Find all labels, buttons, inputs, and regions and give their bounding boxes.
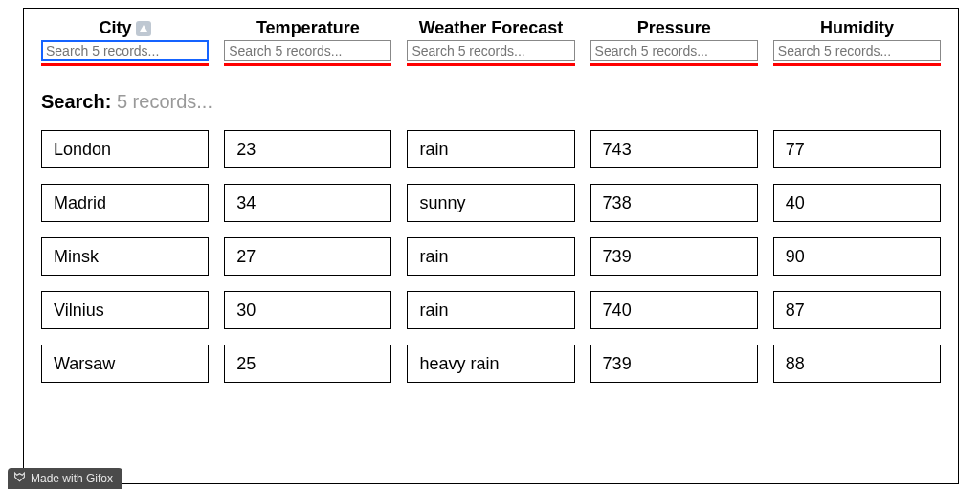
cell-temperature: 23 — [224, 130, 391, 168]
cell-temperature: 25 — [224, 345, 391, 383]
cell-pressure: 738 — [590, 184, 758, 222]
column-underline — [224, 63, 391, 66]
column-underline — [773, 63, 941, 66]
cell-pressure: 740 — [590, 291, 758, 329]
table-row: London 23 rain 743 77 — [41, 130, 941, 168]
column-label-temperature: Temperature — [256, 18, 360, 38]
cell-forecast: rain — [407, 130, 574, 168]
data-grid: London 23 rain 743 77 Madrid 34 sunny 73… — [41, 130, 941, 383]
cell-pressure: 739 — [590, 345, 758, 383]
cell-humidity: 90 — [773, 237, 941, 276]
fox-icon — [13, 471, 26, 486]
watermark-text: Made with Gifox — [31, 472, 113, 485]
column-label-humidity: Humidity — [820, 18, 894, 38]
app-frame: City Temperature Weather Forecast Pressu… — [23, 8, 959, 484]
cell-humidity: 87 — [773, 291, 941, 329]
cell-humidity: 40 — [773, 184, 941, 222]
cell-city: London — [41, 130, 209, 168]
cell-forecast: sunny — [407, 184, 574, 222]
cell-city: Vilnius — [41, 291, 209, 329]
filter-input-pressure[interactable] — [590, 40, 758, 61]
column-header-city[interactable]: City — [41, 18, 209, 66]
filter-input-forecast[interactable] — [407, 40, 574, 61]
cell-humidity: 77 — [773, 130, 941, 168]
cell-temperature: 30 — [224, 291, 391, 329]
cell-city: Warsaw — [41, 345, 209, 383]
filter-input-temperature[interactable] — [224, 40, 391, 61]
column-header-temperature[interactable]: Temperature — [224, 18, 391, 66]
column-label-forecast: Weather Forecast — [419, 18, 564, 38]
cell-pressure: 739 — [590, 237, 758, 276]
table-row: Vilnius 30 rain 740 87 — [41, 291, 941, 329]
watermark-badge: Made with Gifox — [8, 468, 122, 489]
column-underline — [590, 63, 758, 66]
column-headers: City Temperature Weather Forecast Pressu… — [41, 18, 941, 66]
table-row: Madrid 34 sunny 738 40 — [41, 184, 941, 222]
column-label-city: City — [100, 18, 132, 38]
filter-input-city[interactable] — [41, 40, 209, 61]
cell-forecast: heavy rain — [407, 345, 574, 383]
svg-marker-0 — [140, 25, 147, 32]
column-header-forecast[interactable]: Weather Forecast — [407, 18, 574, 66]
column-underline — [407, 63, 574, 66]
column-underline — [41, 63, 209, 66]
cell-forecast: rain — [407, 291, 574, 329]
cell-temperature: 34 — [224, 184, 391, 222]
search-label: Search: — [41, 91, 111, 112]
filter-input-humidity[interactable] — [773, 40, 941, 61]
table-row: Warsaw 25 heavy rain 739 88 — [41, 345, 941, 383]
column-header-pressure[interactable]: Pressure — [590, 18, 758, 66]
table-row: Minsk 27 rain 739 90 — [41, 237, 941, 276]
cell-city: Madrid — [41, 184, 209, 222]
cell-pressure: 743 — [590, 130, 758, 168]
cell-forecast: rain — [407, 237, 574, 276]
column-label-pressure: Pressure — [637, 18, 711, 38]
cell-humidity: 88 — [773, 345, 941, 383]
column-header-humidity[interactable]: Humidity — [773, 18, 941, 66]
cell-city: Minsk — [41, 237, 209, 276]
sort-asc-icon[interactable] — [136, 21, 151, 36]
cell-temperature: 27 — [224, 237, 391, 276]
search-value: 5 records... — [117, 91, 212, 112]
global-search-summary: Search: 5 records... — [41, 91, 941, 113]
